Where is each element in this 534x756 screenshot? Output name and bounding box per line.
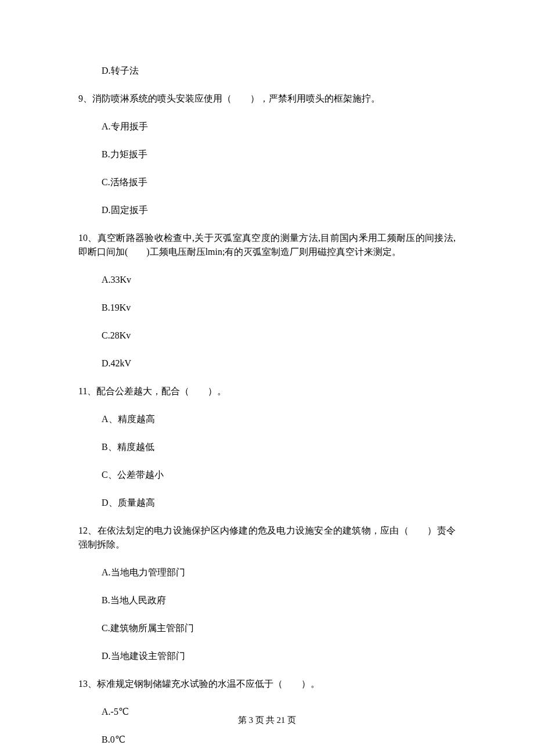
q10-option-c: C.28Kv — [102, 329, 456, 343]
q10-option-a: A.33Kv — [102, 273, 456, 287]
q13-stem: 13、标准规定钢制储罐充水试验的水温不应低于（ ）。 — [78, 677, 456, 691]
q10-stem: 10、真空断路器验收检查中,关于灭弧室真空度的测量方法,目前国内釆用工频耐压的间… — [78, 231, 456, 259]
q11-option-c: C、公差带越小 — [102, 468, 456, 482]
q9-option-a: A.专用扳手 — [102, 120, 456, 134]
q13-option-b: B.0℃ — [102, 733, 456, 747]
q12-option-d: D.当地建设主管部门 — [102, 649, 456, 663]
q11-stem: 11、配合公差越大，配合（ ）。 — [78, 384, 456, 398]
q9-option-b: B.力矩扳手 — [102, 147, 456, 161]
document-page: D.转子法 9、消防喷淋系统的喷头安装应使用（ ），严禁利用喷头的框架施拧。 A… — [0, 0, 534, 756]
q9-option-d: D.固定扳手 — [102, 203, 456, 217]
q11-option-a: A、精度越高 — [102, 412, 456, 426]
q10-option-b: B.19Kv — [102, 301, 456, 315]
q12-option-a: A.当地电力管理部门 — [102, 566, 456, 579]
q12-stem: 12、在依法划定的电力设施保护区内修建的危及电力设施安全的建筑物，应由（ ）责令… — [78, 524, 456, 552]
q10-option-d: D.42kV — [102, 357, 456, 370]
q8-option-d: D.转子法 — [102, 64, 456, 78]
q11-option-b: B、精度越低 — [102, 440, 456, 454]
q9-option-c: C.活络扳手 — [102, 175, 456, 189]
q12-option-c: C.建筑物所属主管部门 — [102, 621, 456, 635]
q9-stem: 9、消防喷淋系统的喷头安装应使用（ ），严禁利用喷头的框架施拧。 — [78, 92, 456, 106]
page-footer: 第 3 页 共 21 页 — [0, 714, 534, 727]
q11-option-d: D、质量越高 — [102, 496, 456, 510]
q12-option-b: B.当地人民政府 — [102, 593, 456, 607]
